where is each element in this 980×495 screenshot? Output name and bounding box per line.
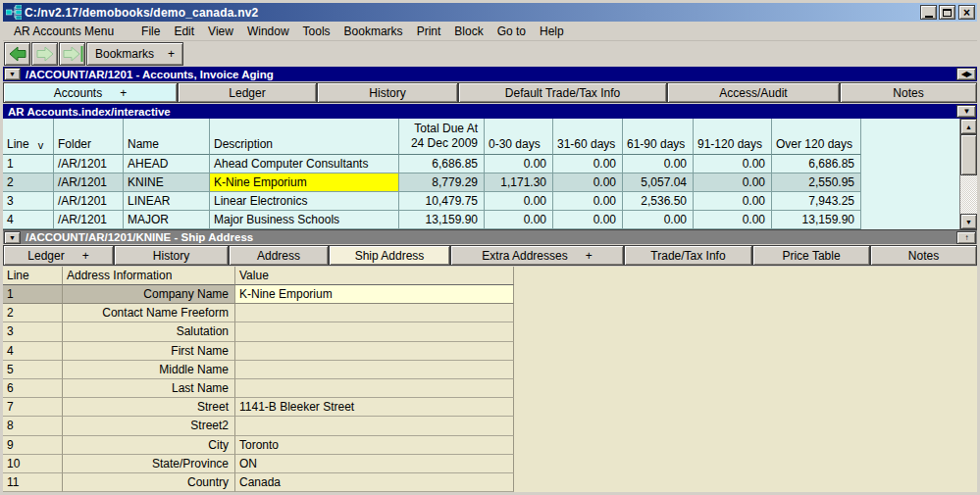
tab-notes-2[interactable]: Notes xyxy=(870,245,977,266)
cell-0-30[interactable]: 1,171.30 xyxy=(485,173,553,192)
menu-window[interactable]: Window xyxy=(240,23,296,40)
cell-0-30[interactable]: 0.00 xyxy=(485,155,553,173)
cell-value[interactable]: Canada xyxy=(235,473,514,492)
maximize-button[interactable] xyxy=(939,5,955,20)
forward-to-end-button[interactable] xyxy=(59,42,85,66)
cell-line[interactable]: 2 xyxy=(3,304,63,322)
cell-description[interactable]: Linear Electronics xyxy=(210,192,399,211)
scrollbar-track[interactable] xyxy=(960,134,977,214)
cell-label[interactable]: City xyxy=(63,436,235,455)
cell-line[interactable]: 2 xyxy=(3,173,54,192)
cell-value[interactable] xyxy=(235,342,514,361)
accounts-view-collapse-button[interactable]: ▼ xyxy=(956,105,976,118)
cell-value[interactable] xyxy=(235,361,514,379)
tab-notes[interactable]: Notes xyxy=(840,82,977,103)
cell-folder[interactable]: /AR/1201 xyxy=(54,155,124,173)
ship-panel-dropdown-button[interactable]: ▼ xyxy=(4,231,21,244)
tab-price-table[interactable]: Price Table xyxy=(752,245,870,266)
cell-label[interactable]: State/Province xyxy=(63,455,235,473)
menu-view[interactable]: View xyxy=(201,23,240,40)
forward-button[interactable] xyxy=(31,42,58,66)
minimize-button[interactable] xyxy=(920,5,937,20)
bookmarks-button[interactable]: Bookmarks + xyxy=(86,42,183,66)
cell-name[interactable]: LINEAR xyxy=(124,192,210,211)
cell-name[interactable]: AHEAD xyxy=(124,155,210,173)
cell-label[interactable]: Middle Name xyxy=(63,361,235,379)
cell-31-60[interactable]: 0.00 xyxy=(553,192,623,211)
cell-label[interactable]: Contact Name Freeform xyxy=(63,304,235,322)
cell-total-due[interactable]: 8,779.29 xyxy=(399,173,485,192)
cell-total-due[interactable]: 6,686.85 xyxy=(399,155,485,173)
menu-go-to[interactable]: Go to xyxy=(490,23,533,40)
cell-value[interactable] xyxy=(235,322,514,341)
close-button[interactable]: × xyxy=(958,5,975,20)
tab-accounts[interactable]: Accounts+ xyxy=(3,82,178,103)
menu-file[interactable]: File xyxy=(134,23,167,40)
tab-ledger-2[interactable]: Ledger+ xyxy=(3,245,114,266)
cell-label[interactable]: Last Name xyxy=(63,379,235,398)
cell-0-30[interactable]: 0.00 xyxy=(485,211,553,229)
cell-over-120[interactable]: 7,943.25 xyxy=(772,192,861,211)
cell-label[interactable]: Country xyxy=(63,473,235,492)
accounts-panel-dropdown-button[interactable]: ▼ xyxy=(4,68,21,80)
cell-total-due[interactable]: 10,479.75 xyxy=(399,192,485,211)
cell-name[interactable]: MAJOR xyxy=(124,211,210,229)
tab-address[interactable]: Address xyxy=(229,245,329,266)
cell-value[interactable] xyxy=(235,379,514,398)
menu-block[interactable]: Block xyxy=(447,23,490,40)
back-button[interactable] xyxy=(4,42,30,66)
tab-access-audit[interactable]: Access/Audit xyxy=(667,82,840,103)
cell-61-90[interactable]: 0.00 xyxy=(623,155,694,173)
cell-value[interactable]: ON xyxy=(235,455,514,473)
cell-line[interactable]: 4 xyxy=(3,211,54,229)
cell-line[interactable]: 8 xyxy=(3,417,63,435)
tab-extra-addresses[interactable]: Extra Addresses+ xyxy=(450,245,624,266)
cell-folder[interactable]: /AR/1201 xyxy=(54,192,124,211)
cell-value[interactable] xyxy=(235,417,514,435)
cell-line[interactable]: 5 xyxy=(3,361,63,379)
cell-description[interactable]: Ahead Computer Consultants xyxy=(210,155,399,173)
accounts-panel-resize-button[interactable]: ◀▶ xyxy=(956,68,976,80)
cell-label[interactable]: First Name xyxy=(63,342,235,361)
cell-31-60[interactable]: 0.00 xyxy=(553,155,623,173)
cell-over-120[interactable]: 6,686.85 xyxy=(772,155,861,173)
cell-value[interactable]: Toronto xyxy=(235,436,514,455)
scroll-down-button[interactable]: ▼ xyxy=(960,214,977,229)
ship-panel-expand-button[interactable]: ↑ xyxy=(956,231,976,244)
cell-31-60[interactable]: 0.00 xyxy=(553,173,623,192)
tab-history-2[interactable]: History xyxy=(114,245,229,266)
cell-value[interactable]: K-Nine Emporium xyxy=(235,285,514,304)
menu-ar-accounts-menu[interactable]: AR Accounts Menu xyxy=(7,23,121,40)
scroll-up-button[interactable]: ▲ xyxy=(960,119,977,134)
cell-line[interactable]: 9 xyxy=(3,436,63,455)
cell-91-120[interactable]: 0.00 xyxy=(694,155,772,173)
cell-folder[interactable]: /AR/1201 xyxy=(54,173,124,192)
menu-bookmarks[interactable]: Bookmarks xyxy=(337,23,410,40)
scrollbar-thumb[interactable] xyxy=(960,134,977,175)
cell-description[interactable]: Major Business Schools xyxy=(210,211,399,229)
menu-print[interactable]: Print xyxy=(410,23,448,40)
cell-name[interactable]: KNINE xyxy=(124,173,210,192)
cell-value[interactable]: 1141-B Bleeker Street xyxy=(235,398,514,417)
cell-line[interactable]: 6 xyxy=(3,379,63,398)
tab-trade-tax-info[interactable]: Trade/Tax Info xyxy=(624,245,752,266)
cell-label[interactable]: Street2 xyxy=(63,417,235,435)
cell-91-120[interactable]: 0.00 xyxy=(694,192,772,211)
cell-line[interactable]: 11 xyxy=(3,473,63,492)
cell-31-60[interactable]: 0.00 xyxy=(553,211,623,229)
cell-line[interactable]: 1 xyxy=(3,285,63,304)
cell-label[interactable]: Salutation xyxy=(63,322,235,341)
menu-help[interactable]: Help xyxy=(533,23,571,40)
cell-over-120[interactable]: 2,550.95 xyxy=(772,173,861,192)
cell-over-120[interactable]: 13,159.90 xyxy=(772,211,861,229)
menu-tools[interactable]: Tools xyxy=(296,23,337,40)
cell-line[interactable]: 7 xyxy=(3,398,63,417)
tab-ledger[interactable]: Ledger xyxy=(178,82,317,103)
cell-line[interactable]: 10 xyxy=(3,455,63,473)
cell-description-active[interactable]: K-Nine Emporium xyxy=(210,173,399,192)
cell-61-90[interactable]: 0.00 xyxy=(623,211,694,229)
cell-label[interactable]: Street xyxy=(63,398,235,417)
cell-line[interactable]: 4 xyxy=(3,342,63,361)
cell-value[interactable] xyxy=(235,304,514,322)
cell-line[interactable]: 3 xyxy=(3,192,54,211)
